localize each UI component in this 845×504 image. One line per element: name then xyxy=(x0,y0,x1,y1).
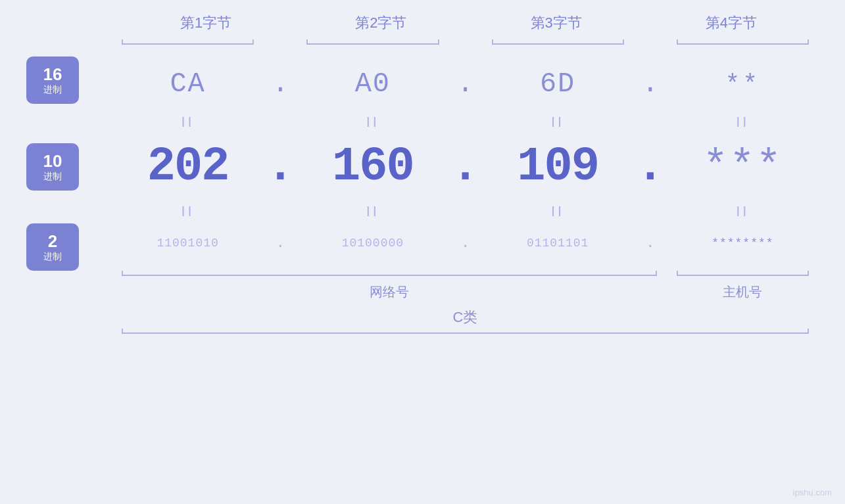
hex-dot-val-1: . xyxy=(272,68,289,100)
bracket-cell-3 xyxy=(482,38,634,51)
section-labels: 网络号 主机号 xyxy=(112,280,819,304)
hex-dot-1: . xyxy=(264,68,297,100)
class-bracket-area: C类 xyxy=(112,305,819,336)
binary-value-3: 01101101 xyxy=(527,237,589,250)
decimal-cell-1: 202 xyxy=(112,140,264,194)
hex-dot-3: . xyxy=(634,68,667,100)
decimal-badge-num: 10 xyxy=(43,152,62,171)
binary-value-4: ******** xyxy=(712,237,773,250)
grid-area: CA . A0 . 6D . ** xyxy=(112,38,819,336)
binary-row: 11001010 . 10100000 . 01101101 . xyxy=(112,223,819,263)
hex-dot-2: . xyxy=(449,68,482,100)
equals-cell2-3: II xyxy=(482,203,634,220)
binary-dot-val-2: . xyxy=(461,235,470,252)
hex-row: CA . A0 . 6D . ** xyxy=(112,58,819,110)
binary-dot-val-1: . xyxy=(276,235,285,252)
hex-cell-4: ** xyxy=(667,70,819,99)
network-bracket-right xyxy=(656,271,657,276)
equals-row-2: II II II II xyxy=(112,200,819,223)
class-bracket-line xyxy=(122,332,809,334)
host-bracket-line xyxy=(677,275,809,276)
hex-cell-3: 6D xyxy=(482,68,634,100)
host-bracket-left xyxy=(677,271,678,276)
decimal-dot-val-1: . xyxy=(266,140,295,194)
binary-cell-1: 11001010 xyxy=(112,237,264,250)
class-label: C类 xyxy=(453,308,478,327)
binary-dot-3: . xyxy=(634,235,667,252)
hex-cell-1: CA xyxy=(112,68,264,100)
network-bracket-line xyxy=(122,275,657,276)
decimal-dot-1: . xyxy=(264,140,297,194)
binary-badge: 2 进制 xyxy=(26,223,79,271)
decimal-dot-3: . xyxy=(634,140,667,194)
decimal-badge-label: 进制 xyxy=(43,171,62,182)
bracket-line-4 xyxy=(677,43,809,45)
decimal-dot-2: . xyxy=(449,140,482,194)
byte4-header: 第4字节 xyxy=(644,13,819,33)
binary-cell-2: 10100000 xyxy=(297,237,448,250)
binary-badge-num: 2 xyxy=(48,232,57,251)
binary-value-1: 11001010 xyxy=(157,237,218,250)
host-label: 主机号 xyxy=(667,280,819,304)
byte-headers: 第1字节 第2字节 第3字节 第4字节 xyxy=(26,13,819,33)
host-bracket xyxy=(667,265,819,279)
equals-sym2-1: II xyxy=(181,203,195,220)
hex-cell-2: A0 xyxy=(297,68,448,100)
bracket-cell-2 xyxy=(297,38,448,51)
decimal-value-1: 202 xyxy=(147,140,229,194)
equals-sym-4: II xyxy=(736,114,749,131)
hex-badge-num: 16 xyxy=(43,65,62,84)
binary-cell-3: 01101101 xyxy=(482,237,634,250)
equals-cell-3: II xyxy=(482,114,634,131)
equals-cell-2: II xyxy=(297,114,448,131)
byte3-header: 第3字节 xyxy=(469,13,644,33)
network-label: 网络号 xyxy=(112,280,667,304)
hex-badge: 16 进制 xyxy=(26,57,79,104)
binary-badge-label: 进制 xyxy=(43,251,62,262)
decimal-cell-3: 109 xyxy=(482,140,634,194)
class-bracket-left xyxy=(122,329,123,334)
bracket-line-3 xyxy=(492,43,624,45)
bracket-line-2 xyxy=(306,43,439,45)
decimal-value-3: 109 xyxy=(517,140,598,194)
byte1-header: 第1字节 xyxy=(118,13,293,33)
bracket-cell-1 xyxy=(112,38,264,51)
hex-value-2: A0 xyxy=(355,68,391,100)
watermark: ipshu.com xyxy=(793,488,832,497)
equals-sym2-4: II xyxy=(736,203,749,220)
equals-sym-1: II xyxy=(181,114,195,131)
bottom-brackets xyxy=(112,265,819,279)
hex-dot-val-3: . xyxy=(642,68,658,100)
equals-cell2-1: II xyxy=(112,203,264,220)
hex-badge-label: 进制 xyxy=(43,84,62,95)
equals-sym-2: II xyxy=(366,114,379,131)
decimal-cell-2: 160 xyxy=(297,140,448,194)
hex-value-4: ** xyxy=(725,70,761,99)
class-bracket-right xyxy=(808,329,809,334)
decimal-dot-val-3: . xyxy=(636,140,664,194)
binary-dot-1: . xyxy=(264,235,297,252)
hex-value-1: CA xyxy=(170,68,205,100)
equals-sym2-3: II xyxy=(551,203,564,220)
labels-column: 16 进制 10 进制 2 进制 xyxy=(26,38,112,271)
network-bracket-left xyxy=(122,271,123,276)
decimal-value-2: 160 xyxy=(332,140,414,194)
equals-cell-1: II xyxy=(112,114,264,131)
byte2-header: 第2字节 xyxy=(293,13,468,33)
binary-dot-2: . xyxy=(449,235,482,252)
main-container: 第1字节 第2字节 第3字节 第4字节 16 进制 10 进制 2 进制 xyxy=(0,0,845,504)
content-area: 16 进制 10 进制 2 进制 xyxy=(26,38,819,497)
host-bracket-right xyxy=(808,271,809,276)
hex-value-3: 6D xyxy=(540,68,575,100)
decimal-value-4: *** xyxy=(703,143,783,191)
top-brackets xyxy=(112,38,819,51)
decimal-dot-val-2: . xyxy=(451,140,479,194)
binary-dot-val-3: . xyxy=(646,235,654,252)
hex-dot-val-2: . xyxy=(457,68,473,100)
equals-cell2-2: II xyxy=(297,203,448,220)
binary-cell-4: ******** xyxy=(667,237,819,250)
decimal-badge: 10 进制 xyxy=(26,143,79,191)
equals-cell-4: II xyxy=(667,114,819,131)
bracket-cell-4 xyxy=(667,38,819,51)
equals-sym-3: II xyxy=(551,114,564,131)
